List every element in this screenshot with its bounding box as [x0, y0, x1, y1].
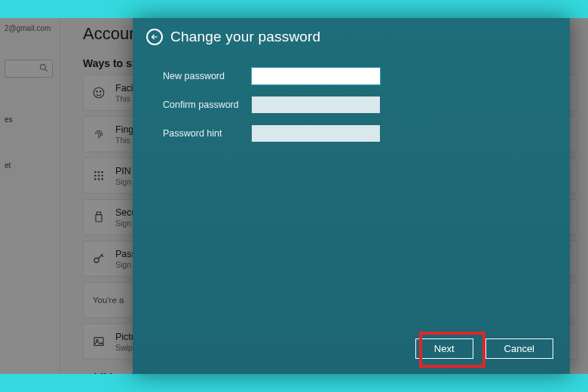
- svg-point-2: [93, 87, 104, 98]
- svg-point-9: [98, 175, 100, 177]
- svg-point-7: [101, 171, 103, 173]
- key-icon: [91, 251, 106, 266]
- sidebar-item[interactable]: es: [5, 115, 55, 124]
- svg-point-13: [101, 178, 103, 180]
- svg-rect-17: [94, 338, 103, 346]
- confirm-password-label: Confirm password: [163, 100, 252, 110]
- face-icon: [91, 85, 106, 100]
- search-input[interactable]: [5, 60, 53, 78]
- fingerprint-icon: [91, 127, 106, 142]
- search-icon: [38, 63, 49, 73]
- picture-icon: [91, 334, 106, 349]
- svg-point-11: [94, 178, 96, 180]
- svg-point-12: [98, 178, 100, 180]
- dialog-form: New password Confirm password Password h…: [133, 50, 570, 142]
- settings-sidebar: 2@gmail.com es et: [0, 18, 60, 374]
- svg-rect-15: [96, 215, 102, 222]
- password-hint-label: Password hint: [163, 128, 252, 139]
- svg-point-4: [100, 91, 102, 93]
- svg-point-0: [40, 64, 45, 69]
- password-hint-input[interactable]: [252, 125, 380, 142]
- dialog-title: Change your password: [170, 29, 320, 45]
- next-button[interactable]: Next: [415, 338, 473, 359]
- cancel-button[interactable]: Cancel: [485, 338, 553, 359]
- svg-point-6: [98, 171, 100, 173]
- svg-point-10: [101, 175, 103, 177]
- new-password-label: New password: [163, 71, 252, 81]
- sidebar-item[interactable]: et: [5, 161, 55, 170]
- confirm-password-input[interactable]: [252, 96, 380, 113]
- svg-point-16: [94, 258, 99, 262]
- svg-point-5: [94, 171, 96, 173]
- back-button[interactable]: [146, 29, 163, 45]
- svg-line-1: [44, 69, 47, 71]
- pin-icon: [91, 168, 106, 183]
- user-email: 2@gmail.com: [5, 24, 55, 32]
- usb-key-icon: [91, 210, 106, 225]
- change-password-dialog: Change your password New password Confir…: [133, 18, 570, 374]
- password-status-text: You're a: [93, 296, 124, 305]
- new-password-input[interactable]: [252, 68, 380, 84]
- svg-point-8: [94, 175, 96, 177]
- arrow-left-icon: [150, 32, 159, 41]
- svg-point-3: [96, 91, 98, 93]
